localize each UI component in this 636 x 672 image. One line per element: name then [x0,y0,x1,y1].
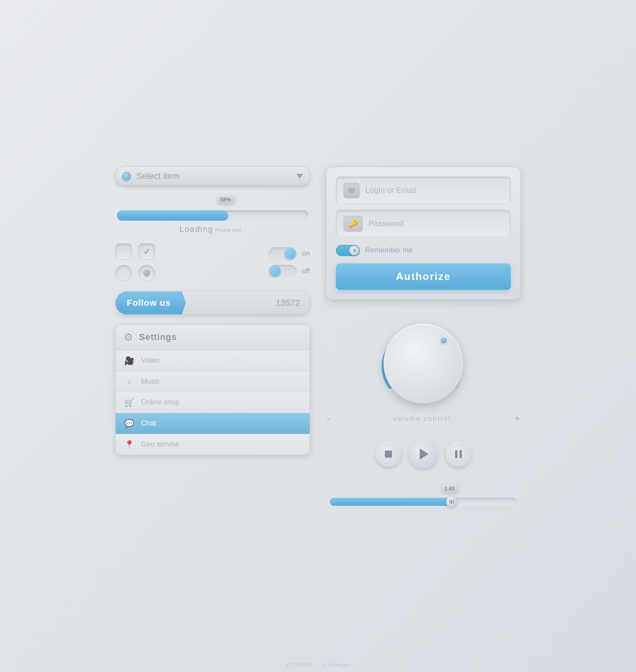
menu-item-music-label: Music [141,377,160,386]
radio-inner [143,270,150,277]
remember-label: Remember me [365,246,413,254]
pause-bar-right [460,450,462,458]
follow-bar: Follow us 13572 [115,291,310,315]
seek-handle-line-3 [453,500,454,504]
media-controls [326,440,521,468]
menu-item-geo[interactable]: 📍 Geo servise [116,434,310,455]
pause-button[interactable] [446,441,471,467]
email-placeholder: Login or Email [365,186,503,195]
menu-item-chat[interactable]: 💬 Chat [116,413,310,434]
select-dropdown[interactable]: Select item [115,167,310,186]
music-icon: ♪ [124,377,135,386]
stop-button[interactable] [376,441,401,467]
watermark-author: © Sellingpix [323,662,351,668]
select-arrow-icon [296,174,303,179]
menu-item-geo-label: Geo servise [141,440,179,449]
shop-icon: 🛒 [124,398,135,407]
seek-handle[interactable] [446,496,457,507]
password-field[interactable]: 🔑 Password [336,210,511,238]
menu-header-text: Settings [139,332,177,342]
settings-icon: ⚙ [124,331,133,344]
menu-item-shop-label: Online shop [141,398,179,406]
play-button[interactable] [409,440,438,468]
volume-label-text: volume control [393,415,451,422]
seek-tooltip: 1:43 [442,484,458,493]
toggle-on-knob [285,248,296,259]
toggle-on-label: on [302,249,310,258]
select-dot-icon [122,172,131,181]
loading-text-container: Loading Please wait... [117,225,308,234]
volume-section: - volume control + [326,316,521,424]
progress-bar-track[interactable] [117,210,308,221]
remember-dot [353,249,356,252]
volume-knob[interactable] [384,324,463,403]
volume-labels: - volume control + [327,414,520,424]
watermark-id: ID 33584717 [285,662,315,668]
toggle-on-row: on [269,247,310,260]
remember-toggle[interactable] [336,245,360,256]
progress-tooltip: 58% [217,195,235,204]
menu-item-video-label: Video [141,356,159,365]
email-icon: ✉ [343,183,360,198]
progress-section: 58% Loading Please wait... [115,195,310,234]
password-placeholder: Password [368,219,503,228]
toggle-off-knob [270,266,281,277]
seek-bar-track[interactable] [330,498,517,506]
select-text: Select item [136,171,292,181]
checkbox-checked[interactable]: ✓ [138,243,155,260]
right-column: ✉ Login or Email 🔑 Password Remember me … [326,167,521,506]
toggle-group: on off [269,247,310,278]
seek-handle-line-2 [451,500,452,504]
toggle-off-label: off [302,267,310,275]
email-field[interactable]: ✉ Login or Email [336,177,511,204]
login-form: ✉ Login or Email 🔑 Password Remember me … [326,167,521,300]
password-icon: 🔑 [343,216,363,232]
checkbox-unchecked[interactable] [115,243,132,260]
authorize-button[interactable]: Authorize [336,263,511,290]
loading-sub-label: Please wait... [215,227,246,233]
toggle-off-row: off [269,265,310,278]
seek-bar-fill [330,498,452,506]
menu-item-chat-label: Chat [141,419,156,427]
radio-unchecked[interactable] [115,265,132,282]
volume-knob-container[interactable] [376,316,471,411]
follow-button[interactable]: Follow us [116,291,186,315]
loading-label: Loading [180,225,213,233]
stop-icon [385,451,392,458]
menu-item-video[interactable]: 🎥 Video [116,350,310,371]
volume-minus: - [327,414,330,424]
seek-handle-lines [450,500,454,504]
radio-partial[interactable] [138,265,155,282]
volume-plus: + [515,414,520,424]
menu-item-music[interactable]: ♪ Music [116,371,310,392]
watermark: ID 33584717 © Sellingpix [285,662,350,668]
progress-bar-fill [117,210,228,221]
pause-icon [455,450,462,458]
remember-row: Remember me [336,243,511,258]
progress-tooltip-container: 58% [117,195,308,208]
menu-header: ⚙ Settings [116,325,310,350]
geo-icon: 📍 [124,440,135,449]
seek-tooltip-container: 1:43 [330,484,517,496]
volume-knob-indicator [441,338,446,343]
menu-item-shop[interactable]: 🛒 Online shop [116,392,310,413]
toggle-on[interactable] [269,247,297,260]
follow-count: 13572 [186,298,310,308]
video-icon: 🎥 [124,356,135,365]
pause-bar-left [455,450,458,458]
toggle-off[interactable] [269,265,297,278]
left-column: Select item 58% Loading Please wait... ✓ [115,167,310,506]
seek-section: 1:43 [326,484,521,506]
play-icon [420,449,429,460]
chat-icon: 💬 [124,419,135,428]
seek-handle-line-1 [450,500,450,504]
menu-container: ⚙ Settings 🎥 Video ♪ Music 🛒 Online shop… [115,324,310,455]
